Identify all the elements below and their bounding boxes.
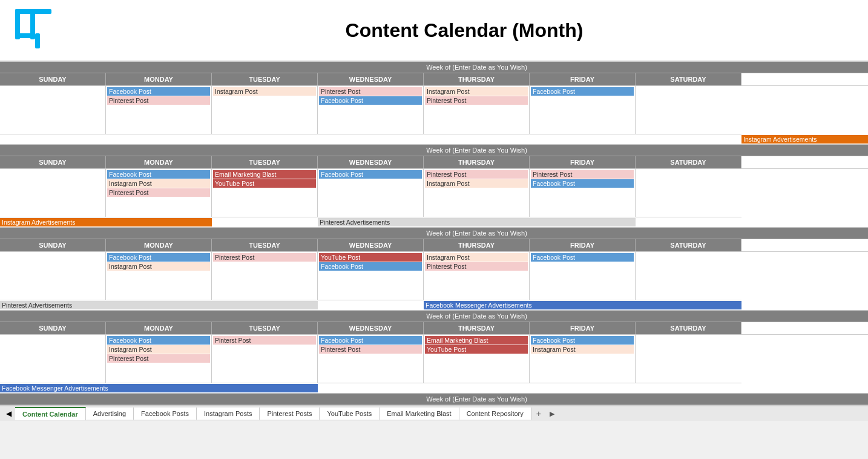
- content-tag: Facebook Post: [531, 87, 634, 96]
- day-headers-0: SUNDAYMONDAYTUESDAYWEDNESDAYTHURSDAYFRID…: [0, 73, 868, 86]
- day-header: THURSDAY: [424, 239, 530, 251]
- tab-youtube-posts[interactable]: YouTube Posts: [320, 408, 380, 420]
- day-header: MONDAY: [106, 322, 212, 334]
- week-header-0[interactable]: Week of (Enter Date as You Wish): [0, 62, 868, 73]
- cal-cell: [0, 169, 106, 217]
- content-tag: Pinterest Post: [319, 345, 422, 354]
- day-header: THURSDAY: [424, 73, 530, 85]
- ad-segment: [212, 218, 318, 226]
- ad-segment: Facebook Messenger Advertisements: [424, 301, 741, 309]
- tab-scroll-right[interactable]: ▶: [546, 408, 558, 420]
- day-headers-1: SUNDAYMONDAYTUESDAYWEDNESDAYTHURSDAYFRID…: [0, 156, 868, 169]
- logo-icon: [12, 6, 61, 54]
- day-header: THURSDAY: [424, 156, 530, 168]
- tab-scroll-left[interactable]: ◀: [2, 407, 15, 420]
- content-tag: Pinterest Post: [425, 96, 528, 105]
- content-tag: Instagram Post: [213, 87, 316, 96]
- cal-grid-2: Facebook PostInstagram PostPinterest Pos…: [0, 252, 868, 300]
- ad-row-0-0: Instagram Advertisements: [0, 134, 868, 145]
- tab-facebook-posts[interactable]: Facebook Posts: [134, 408, 197, 420]
- cal-cell: Facebook PostPinterest Post: [318, 335, 424, 383]
- day-header: SUNDAY: [0, 156, 106, 168]
- main-title: Content Calendar (Month): [73, 19, 856, 42]
- tab-content-repository[interactable]: Content Repository: [459, 408, 531, 420]
- day-header: FRIDAY: [530, 73, 636, 85]
- content-tag: Facebook Post: [531, 336, 634, 345]
- cal-cell: Facebook PostPinterest Post: [106, 86, 212, 134]
- cal-cell: Pinterst Post: [212, 335, 318, 383]
- last-week-header[interactable]: Week of (Enter Date as You Wish): [0, 394, 868, 405]
- content-tag: Facebook Post: [319, 336, 422, 345]
- week-header-1[interactable]: Week of (Enter Date as You Wish): [0, 145, 868, 156]
- day-header: SUNDAY: [0, 239, 106, 251]
- ad-segment: [318, 384, 741, 392]
- ad-segment: [318, 301, 424, 309]
- day-header: MONDAY: [106, 239, 212, 251]
- cal-cell: Pinterest PostFacebook Post: [530, 169, 636, 217]
- tab-email-marketing-blast[interactable]: Email Marketing Blast: [380, 408, 459, 420]
- content-tag: YouTube Post: [213, 179, 316, 188]
- ad-segment: [0, 135, 741, 144]
- day-header: SUNDAY: [0, 322, 106, 334]
- cal-cell: Pinterest Post: [212, 252, 318, 300]
- cal-cell: Instagram Post: [212, 86, 318, 134]
- cal-grid-0: Facebook PostPinterest PostInstagram Pos…: [0, 86, 868, 134]
- content-tag: Pinterest Post: [425, 262, 528, 271]
- svg-rect-3: [15, 33, 35, 38]
- tab-content-calendar[interactable]: Content Calendar: [15, 407, 86, 420]
- cal-cell: Facebook Post: [318, 169, 424, 217]
- content-tag: Facebook Post: [319, 262, 422, 271]
- cal-cell: Instagram PostPinterest Post: [424, 86, 530, 134]
- ad-segment: Facebook Messenger Advertisements: [0, 384, 318, 392]
- cal-cell: Instagram PostPinterest Post: [424, 252, 530, 300]
- cal-cell: [0, 86, 106, 134]
- day-header: SATURDAY: [636, 73, 741, 85]
- content-tag: Pinterest Post: [107, 188, 210, 197]
- header: Content Calendar (Month): [0, 0, 868, 61]
- content-tag: Facebook Post: [107, 87, 210, 96]
- add-tab-button[interactable]: +: [531, 406, 546, 421]
- cal-cell: Facebook Post: [530, 252, 636, 300]
- cal-grid-3: Facebook PostInstagram PostPinterest Pos…: [0, 335, 868, 383]
- content-tag: YouTube Post: [319, 253, 422, 262]
- calendar-main: Week of (Enter Date as You Wish)SUNDAYMO…: [0, 62, 868, 405]
- day-header: FRIDAY: [530, 156, 636, 168]
- tab-advertising[interactable]: Advertising: [86, 408, 134, 420]
- cal-grid-1: Facebook PostInstagram PostPinterest Pos…: [0, 169, 868, 217]
- cal-cell: Facebook PostInstagram Post: [530, 335, 636, 383]
- content-tag: Pinterest Post: [425, 170, 528, 179]
- content-tag: Facebook Post: [107, 170, 210, 179]
- cal-cell: Pinterest PostInstagram Post: [424, 169, 530, 217]
- ad-segment: Pinterest Advertisements: [0, 301, 318, 309]
- content-tag: Facebook Post: [531, 253, 634, 262]
- day-header: FRIDAY: [530, 322, 636, 334]
- content-tag: YouTube Post: [425, 345, 528, 354]
- ad-row-1-0: Instagram AdvertisementsPinterest Advert…: [0, 217, 868, 228]
- content-tag: Email Marketing Blast: [213, 170, 316, 179]
- day-header: SATURDAY: [636, 156, 741, 168]
- day-header: SUNDAY: [0, 73, 106, 85]
- cal-cell: Facebook PostInstagram PostPinterest Pos…: [106, 335, 212, 383]
- content-tag: Facebook Post: [319, 96, 422, 105]
- cal-cell: YouTube PostFacebook Post: [318, 252, 424, 300]
- cal-cell: [636, 169, 741, 217]
- cal-cell: Email Marketing BlastYouTube Post: [424, 335, 530, 383]
- day-headers-3: SUNDAYMONDAYTUESDAYWEDNESDAYTHURSDAYFRID…: [0, 322, 868, 335]
- tab-instagram-posts[interactable]: Instagram Posts: [197, 408, 260, 420]
- week-header-2[interactable]: Week of (Enter Date as You Wish): [0, 228, 868, 239]
- content-tag: Pinterst Post: [213, 336, 316, 345]
- day-header: MONDAY: [106, 156, 212, 168]
- content-tag: Pinterest Post: [107, 354, 210, 363]
- content-tag: Instagram Post: [107, 262, 210, 271]
- day-header: TUESDAY: [212, 322, 318, 334]
- cal-cell: Pinterest PostFacebook Post: [318, 86, 424, 134]
- cal-cell: Facebook PostInstagram Post: [106, 252, 212, 300]
- tab-pinterest-posts[interactable]: Pinterest Posts: [260, 408, 320, 420]
- content-tag: Email Marketing Blast: [425, 336, 528, 345]
- day-header: WEDNESDAY: [318, 73, 424, 85]
- week-header-3[interactable]: Week of (Enter Date as You Wish): [0, 311, 868, 322]
- day-header: MONDAY: [106, 73, 212, 85]
- ad-segment: Instagram Advertisements: [741, 135, 868, 144]
- day-header: TUESDAY: [212, 73, 318, 85]
- cal-cell: Facebook Post: [530, 86, 636, 134]
